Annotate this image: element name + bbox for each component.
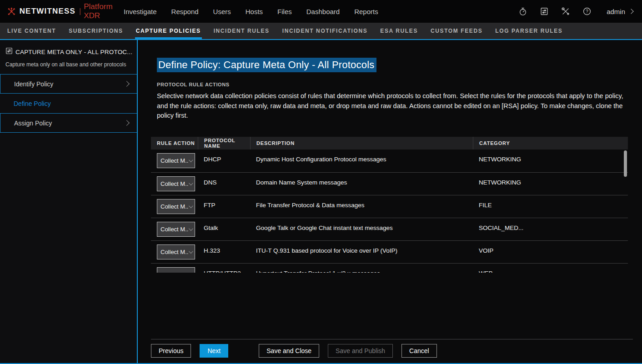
save-and-close-button[interactable]: Save and Close [259,344,319,358]
step-label: Identify Policy [14,80,53,88]
tab-esa-rules[interactable]: ESA RULES [380,23,418,39]
policy-header: CAPTURE META ONLY - ALL PROTOC... Captur… [0,40,137,74]
policy-icon [5,47,13,56]
admin-tools-icon[interactable] [561,7,570,16]
nav-reports[interactable]: Reports [354,8,378,15]
chevron-right-icon [124,81,130,87]
chevron-down-icon [189,181,193,185]
step-define-policy[interactable]: Define Policy [0,94,137,113]
timer-icon[interactable] [518,7,527,16]
column-header-protocol-name: PROTOCOL NAME [198,137,250,150]
protocol-rules-table: RULE ACTION PROTOCOL NAME DESCRIPTION CA… [151,137,628,273]
protocol-category: VOIP [473,247,628,254]
wizard-footer: Previous Next Save and Close Save and Pu… [151,339,633,358]
top-bar-right: ? admin [518,7,642,16]
nav-investigate[interactable]: Investigate [124,8,157,15]
step-label: Assign Policy [14,120,52,127]
tab-incident-notifications[interactable]: INCIDENT NOTIFICATIONS [282,23,368,39]
chevron-down-icon [189,272,193,273]
table-row: Collect M... HTTP/HTTP2 Hypertext Transf… [151,263,628,273]
protocol-name: FTP [198,202,250,209]
protocol-description: Hypertext Transfer Protocol 1.x/2.x mess… [250,270,473,273]
chevron-right-icon [628,9,633,14]
tab-subscriptions[interactable]: SUBSCRIPTIONS [69,23,123,39]
protocol-name: HTTP/HTTP2 [198,270,250,273]
table-row: Collect M... DNS Domain Name System mess… [151,172,628,195]
tab-live-content[interactable]: LIVE CONTENT [7,23,56,39]
nav-files[interactable]: Files [277,8,292,15]
protocol-description: Dynamic Host Configuration Protocol mess… [250,156,473,163]
svg-text:?: ? [586,9,588,14]
top-bar: NETWITNESS | Platform XDR Investigate Re… [0,0,642,23]
brand-name: NETWITNESS [20,7,75,16]
step-label: Define Policy [14,100,51,107]
tab-capture-policies[interactable]: CAPTURE POLICIES [136,23,201,39]
rule-action-select[interactable]: Collect M... [157,267,195,273]
rule-action-select[interactable]: Collect M... [157,244,195,259]
brand: NETWITNESS | Platform XDR [0,2,116,20]
rule-action-select[interactable]: Collect M... [157,153,195,168]
cancel-button[interactable]: Cancel [401,344,437,358]
tab-log-parser-rules[interactable]: LOG PARSER RULES [495,23,562,39]
nav-users[interactable]: Users [213,8,231,15]
protocol-description: File Transfer Protocol & Data messages [250,202,473,209]
policy-subtitle: Capture meta only on all base and other … [5,61,131,68]
section-description: Selective network data collection polici… [157,91,632,121]
table-row: Collect M... FTP File Transfer Protocol … [151,195,628,218]
policy-title: CAPTURE META ONLY - ALL PROTOC... [15,49,132,55]
table-row: Collect M... H.323 ITU-T Q.931 based pro… [151,240,628,263]
user-name: admin [607,8,625,15]
netwitness-logo-icon [7,5,16,18]
rule-action-select[interactable]: Collect M... [157,176,195,191]
column-header-category: CATEGORY [473,137,628,150]
chevron-down-icon [189,158,193,162]
user-menu[interactable]: admin [607,8,633,15]
section-label: PROTOCOL RULE ACTIONS [157,82,642,87]
protocol-category: NETWORKING [473,156,628,163]
help-icon[interactable]: ? [582,7,592,16]
column-header-rule-action: RULE ACTION [151,137,198,150]
next-button[interactable]: Next [200,344,228,358]
protocol-description: Google Talk or Google Chat instant text … [250,224,473,231]
page-body: CAPTURE META ONLY - ALL PROTOC... Captur… [0,40,642,363]
chevron-down-icon [189,226,193,231]
protocol-name: DNS [198,179,250,186]
tab-custom-feeds[interactable]: CUSTOM FEEDS [431,23,482,39]
jobs-icon[interactable] [540,7,549,16]
protocol-category: NETWORKING [473,179,628,186]
table-row: Collect M... DHCP Dynamic Host Configura… [151,150,628,172]
protocol-category: WEB [473,270,628,273]
protocol-category: FILE [473,202,628,209]
protocol-description: ITU-T Q.931 based protocol for Voice ove… [250,247,473,254]
table-row: Collect M... Gtalk Google Talk or Google… [151,218,628,240]
table-header: RULE ACTION PROTOCOL NAME DESCRIPTION CA… [151,137,628,150]
protocol-description: Domain Name System messages [250,179,473,186]
save-and-publish-button[interactable]: Save and Publish [328,344,393,358]
chevron-right-icon [124,120,130,126]
protocol-name: DHCP [198,156,250,163]
nav-dashboard[interactable]: Dashboard [306,8,340,15]
protocol-category: SOCIAL_MED... [473,224,628,231]
main-content: Define Policy: Capture Meta Only - All P… [138,40,642,363]
protocol-name: H.323 [198,247,250,254]
step-identify-policy[interactable]: Identify Policy [0,74,137,94]
rule-action-select[interactable]: Collect M... [157,199,195,214]
policy-sidebar: CAPTURE META ONLY - ALL PROTOC... Captur… [0,40,138,363]
protocol-name: Gtalk [198,224,250,231]
brand-separator: | [79,7,81,15]
secondary-tab-bar: LIVE CONTENT SUBSCRIPTIONS CAPTURE POLIC… [0,23,642,40]
chevron-down-icon [189,249,193,254]
chevron-down-icon [189,204,193,208]
table-scrollbar[interactable] [624,150,627,177]
column-header-description: DESCRIPTION [250,137,473,150]
tab-incident-rules[interactable]: INCIDENT RULES [214,23,270,39]
nav-hosts[interactable]: Hosts [246,8,263,15]
rule-action-select[interactable]: Collect M... [157,222,195,237]
previous-button[interactable]: Previous [151,344,191,358]
brand-product: Platform XDR [84,2,116,20]
page-title: Define Policy: Capture Meta Only - All P… [157,58,376,72]
policy-steps: Identify Policy Define Policy Assign Pol… [0,74,137,133]
nav-respond[interactable]: Respond [171,8,199,15]
top-nav: Investigate Respond Users Hosts Files Da… [124,8,378,15]
step-assign-policy[interactable]: Assign Policy [0,113,137,133]
